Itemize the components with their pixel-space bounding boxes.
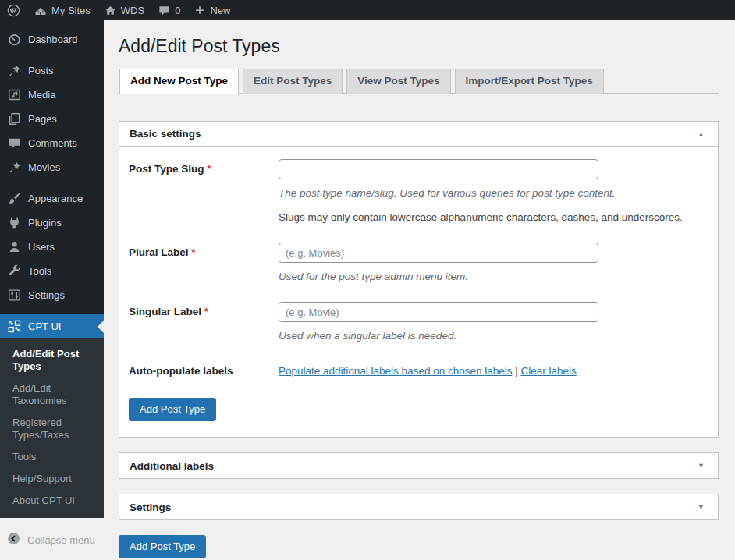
post-type-slug-label: Post Type Slug * (129, 159, 279, 223)
singular-label-input[interactable] (279, 302, 598, 322)
main-content: Add/Edit Post Types Add New Post Type Ed… (104, 20, 735, 560)
tab-edit-post-types[interactable]: Edit Post Types (243, 69, 343, 94)
pushpin-icon (7, 161, 21, 174)
panel-title: Settings (130, 502, 171, 513)
submenu-item-add-edit-taxonomies[interactable]: Add/Edit Taxonomies (0, 377, 104, 412)
multisite-icon (34, 4, 47, 16)
collapse-panel-toggle[interactable]: ▲ (694, 129, 708, 140)
auto-populate-label: Auto-populate labels (129, 361, 279, 377)
pages-icon (7, 112, 21, 126)
submenu-item-tools[interactable]: Tools (0, 446, 104, 468)
submenu-item-help-support[interactable]: Help/Support (0, 468, 104, 490)
singular-label-row: Singular Label * Used when a singular la… (129, 302, 708, 342)
pushpin-icon (7, 64, 21, 77)
sidebar-item-label: Users (28, 241, 55, 253)
sidebar-item-comments[interactable]: Comments (0, 131, 104, 155)
panel-title: Basic settings (130, 128, 201, 140)
wordpress-logo-icon (7, 4, 20, 17)
sidebar-item-label: Appearance (28, 193, 83, 204)
tab-add-new-post-type[interactable]: Add New Post Type (119, 69, 239, 94)
panel-title: Additional labels (130, 460, 214, 472)
sidebar-item-dashboard[interactable]: Dashboard (0, 27, 104, 51)
submenu-item-registered-types-taxes[interactable]: Registered Types/Taxes (0, 412, 86, 446)
settings-header[interactable]: Settings ▼ (119, 494, 718, 519)
sidebar-item-cpt-ui[interactable]: CPT UI (0, 314, 104, 338)
additional-labels-panel: Additional labels ▼ (119, 452, 719, 479)
sidebar-item-label: Tools (28, 265, 51, 277)
cptui-submenu: Add/Edit Post Types Add/Edit Taxonomies … (0, 338, 104, 518)
expand-panel-toggle[interactable]: ▼ (694, 460, 708, 471)
sidebar-item-label: Comments (28, 137, 77, 149)
comments-count: 0 (175, 5, 180, 16)
sidebar-item-label: Pages (28, 113, 57, 125)
collapse-menu-button[interactable]: Collapse menu (0, 526, 104, 554)
sidebar-item-label: Plugins (28, 217, 62, 229)
tab-bar: Add New Post Type Edit Post Types View P… (119, 69, 719, 94)
collapse-arrow-icon (7, 532, 20, 548)
link-separator: | (515, 365, 518, 377)
plural-label-input[interactable] (279, 243, 598, 263)
sidebar-item-label: Movies (28, 161, 60, 173)
settings-panel: Settings ▼ (119, 494, 719, 520)
dashboard-icon (7, 33, 21, 46)
settings-icon (7, 289, 21, 302)
wrench-icon (7, 264, 21, 278)
sidebar-item-tools[interactable]: Tools (0, 259, 104, 283)
my-sites-label: My Sites (51, 5, 91, 16)
new-label: New (210, 5, 230, 16)
singular-help-text: Used when a singular label is needed. (279, 330, 598, 342)
post-type-slug-row: Post Type Slug * The post type name/slug… (129, 159, 708, 223)
sidebar-item-users[interactable]: Users (0, 235, 104, 259)
basic-settings-panel: Basic settings ▲ Post Type Slug * The po… (119, 121, 719, 438)
singular-label-label: Singular Label * (129, 302, 279, 342)
sidebar-item-label: Posts (28, 65, 54, 76)
my-sites-menu[interactable]: My Sites (27, 0, 98, 20)
page-title: Add/Edit Post Types (119, 35, 719, 58)
add-post-type-button[interactable]: Add Post Type (129, 398, 216, 421)
basic-settings-header[interactable]: Basic settings ▲ (119, 122, 718, 147)
sidebar-item-label: Dashboard (28, 34, 78, 45)
admin-sidebar: Dashboard Posts Media Pages Comments Mov… (0, 20, 104, 495)
post-type-slug-input[interactable] (279, 159, 598, 179)
clear-labels-link[interactable]: Clear labels (521, 365, 577, 377)
media-icon (7, 88, 21, 101)
tab-view-post-types[interactable]: View Post Types (346, 69, 450, 94)
plural-label-label: Plural Label * (129, 243, 279, 282)
collapse-menu-label: Collapse menu (27, 534, 95, 546)
current-menu-arrow (98, 321, 104, 333)
comment-bubble-icon (158, 5, 170, 16)
home-icon (105, 5, 116, 16)
populate-labels-link[interactable]: Populate additional labels based on chos… (279, 365, 512, 377)
site-menu[interactable]: WDS (98, 0, 151, 20)
tab-import-export-post-types[interactable]: Import/Export Post Types (455, 69, 604, 94)
sidebar-item-appearance[interactable]: Appearance (0, 186, 104, 211)
sidebar-item-plugins[interactable]: Plugins (0, 211, 104, 235)
expand-panel-toggle[interactable]: ▼ (694, 502, 708, 512)
wp-logo-menu[interactable] (0, 0, 27, 20)
add-post-type-button-bottom[interactable]: Add Post Type (119, 535, 206, 558)
slug-rules-text: Slugs may only contain lowercase alphanu… (279, 211, 683, 223)
plugin-icon (7, 216, 21, 229)
sidebar-item-media[interactable]: Media (0, 83, 104, 107)
user-icon (7, 240, 21, 253)
sidebar-item-pages[interactable]: Pages (0, 107, 104, 131)
submenu-item-about-cpt-ui[interactable]: About CPT UI (0, 490, 104, 512)
sidebar-item-movies[interactable]: Movies (0, 155, 104, 179)
required-asterisk: * (191, 246, 195, 258)
cptui-grid-icon (7, 320, 21, 333)
additional-labels-header[interactable]: Additional labels ▼ (119, 453, 718, 478)
required-asterisk: * (207, 163, 211, 175)
sidebar-item-label: Settings (28, 289, 65, 301)
basic-settings-body: Post Type Slug * The post type name/slug… (119, 147, 718, 437)
auto-populate-row: Auto-populate labels Populate additional… (129, 361, 708, 377)
plus-icon (194, 5, 205, 16)
sidebar-item-settings[interactable]: Settings (0, 283, 104, 307)
comments-icon (7, 136, 21, 150)
required-asterisk: * (204, 306, 208, 317)
slug-help-text: The post type name/slug. Used for variou… (279, 187, 683, 199)
comments-menu[interactable]: 0 (151, 0, 187, 20)
new-content-menu[interactable]: New (187, 0, 237, 20)
sidebar-item-posts[interactable]: Posts (0, 58, 104, 83)
submenu-item-add-edit-post-types[interactable]: Add/Edit Post Types (0, 343, 104, 377)
admin-bar: My Sites WDS 0 New (0, 0, 735, 20)
